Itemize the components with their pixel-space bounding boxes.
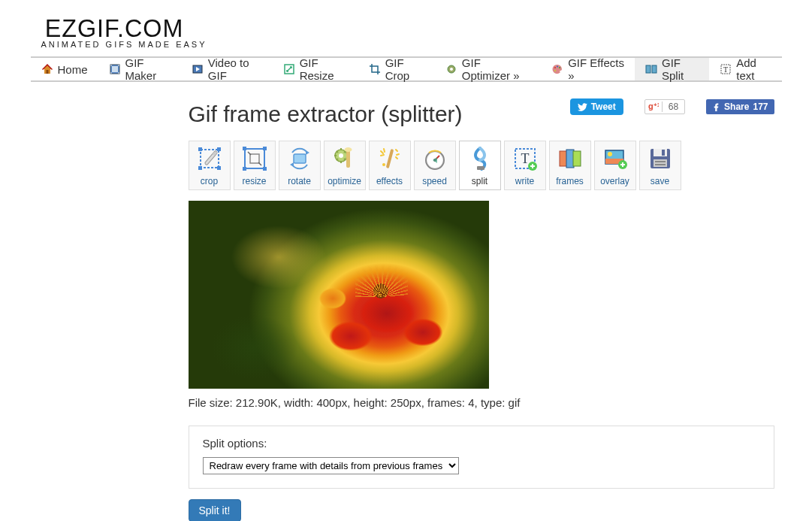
crop-tool-icon bbox=[196, 145, 223, 172]
svg-rect-53 bbox=[573, 151, 581, 166]
svg-rect-41 bbox=[385, 149, 394, 168]
svg-point-56 bbox=[608, 152, 612, 156]
nav-gif-split[interactable]: GIF Split bbox=[635, 58, 709, 80]
svg-text:T: T bbox=[521, 151, 529, 166]
tool-effects[interactable]: effects bbox=[369, 141, 411, 190]
svg-marker-35 bbox=[306, 150, 309, 155]
svg-rect-62 bbox=[655, 161, 666, 162]
svg-text:+1: +1 bbox=[654, 101, 659, 108]
tool-optimize[interactable]: optimize bbox=[324, 141, 366, 190]
video-icon bbox=[192, 63, 204, 75]
svg-rect-25 bbox=[198, 166, 202, 170]
tool-strip: crop resize rotate optimize effects spee… bbox=[189, 141, 774, 190]
facebook-icon bbox=[712, 103, 720, 111]
overlay-tool-icon bbox=[602, 145, 629, 172]
nav-gif-effects[interactable]: GIF Effects » bbox=[541, 58, 635, 80]
split-options-select[interactable]: Redraw every frame with details from pre… bbox=[203, 457, 459, 474]
nav-video-to-gif[interactable]: Video to GIF bbox=[181, 58, 273, 80]
tweet-button[interactable]: Tweet bbox=[570, 98, 623, 115]
svg-rect-17 bbox=[652, 65, 657, 73]
svg-rect-26 bbox=[217, 166, 221, 170]
split-tool-icon bbox=[466, 145, 494, 172]
nav-gif-crop[interactable]: GIF Crop bbox=[358, 58, 435, 80]
svg-point-42 bbox=[382, 163, 385, 166]
svg-rect-16 bbox=[646, 65, 651, 73]
svg-rect-63 bbox=[655, 164, 666, 165]
panel-title: Split options: bbox=[203, 437, 760, 450]
svg-rect-59 bbox=[654, 149, 667, 156]
fb-share-button[interactable]: Share 177 bbox=[706, 99, 774, 114]
gplus-icon: g+1 bbox=[645, 101, 662, 114]
nav-home[interactable]: Home bbox=[31, 58, 98, 80]
svg-point-12 bbox=[554, 67, 556, 68]
main-nav: Home GIF Maker Video to GIF GIF Resize G… bbox=[31, 56, 782, 82]
tool-split[interactable]: split bbox=[459, 141, 501, 190]
rotate-tool-icon bbox=[286, 145, 313, 172]
gplus-button[interactable]: g+1 68 bbox=[644, 99, 685, 114]
svg-rect-0 bbox=[46, 70, 48, 74]
svg-rect-30 bbox=[263, 147, 267, 150]
svg-rect-34 bbox=[294, 154, 306, 163]
svg-rect-2 bbox=[112, 66, 118, 72]
tool-save[interactable]: save bbox=[639, 141, 681, 190]
svg-rect-60 bbox=[662, 150, 665, 156]
resize-tool-icon bbox=[241, 145, 268, 172]
svg-rect-31 bbox=[243, 167, 246, 171]
svg-point-3 bbox=[110, 65, 112, 66]
svg-rect-28 bbox=[245, 149, 264, 168]
svg-rect-29 bbox=[243, 147, 246, 150]
nav-gif-optimizer[interactable]: GIF Optimizer » bbox=[435, 58, 541, 80]
split-options-panel: Split options: Redraw every frame with d… bbox=[189, 426, 774, 489]
save-tool-icon bbox=[647, 145, 674, 172]
split-it-button[interactable]: Split it! bbox=[189, 499, 241, 521]
svg-rect-23 bbox=[198, 147, 202, 151]
tool-write[interactable]: T write bbox=[504, 141, 546, 190]
palette-icon bbox=[551, 63, 563, 75]
home-icon bbox=[41, 63, 53, 75]
write-tool-icon: T bbox=[512, 145, 539, 172]
svg-rect-32 bbox=[263, 167, 267, 171]
frames-tool-icon bbox=[557, 145, 584, 172]
svg-point-38 bbox=[339, 153, 343, 158]
svg-rect-24 bbox=[217, 147, 221, 151]
tool-overlay[interactable]: overlay bbox=[594, 141, 636, 190]
nav-gif-resize[interactable]: GIF Resize bbox=[273, 58, 358, 80]
svg-rect-61 bbox=[654, 159, 667, 167]
speed-tool-icon bbox=[421, 145, 448, 172]
site-logo[interactable]: EZGIF.COM ANIMATED GIFS MADE EASY bbox=[41, 14, 782, 49]
svg-point-40 bbox=[344, 147, 352, 152]
svg-point-5 bbox=[110, 72, 112, 74]
svg-point-14 bbox=[559, 67, 560, 68]
tool-frames[interactable]: frames bbox=[549, 141, 591, 190]
svg-text:g: g bbox=[648, 101, 654, 111]
svg-point-13 bbox=[557, 66, 558, 68]
text-icon: T bbox=[720, 63, 732, 75]
page-title: Gif frame extractor (splitter) bbox=[189, 101, 463, 127]
crop-icon bbox=[369, 63, 381, 75]
twitter-icon bbox=[578, 103, 587, 111]
optimize-tool-icon bbox=[331, 145, 358, 172]
tool-speed[interactable]: speed bbox=[414, 141, 456, 190]
tool-resize[interactable]: resize bbox=[234, 141, 276, 190]
nav-gif-maker[interactable]: GIF Maker bbox=[98, 58, 181, 80]
svg-point-11 bbox=[450, 68, 453, 71]
svg-rect-33 bbox=[250, 154, 259, 163]
svg-point-15 bbox=[554, 70, 556, 71]
svg-marker-36 bbox=[290, 162, 294, 167]
svg-point-4 bbox=[118, 65, 119, 66]
nav-add-text[interactable]: T Add text bbox=[709, 58, 781, 80]
split-icon bbox=[645, 63, 657, 75]
effects-tool-icon bbox=[376, 145, 403, 172]
resize-icon bbox=[283, 63, 295, 75]
preview-image bbox=[189, 201, 489, 389]
tool-rotate[interactable]: rotate bbox=[279, 141, 321, 190]
svg-point-6 bbox=[118, 72, 119, 74]
gear-icon bbox=[445, 63, 457, 75]
film-icon bbox=[109, 63, 121, 75]
social-buttons: Tweet g+1 68 Share 177 bbox=[570, 98, 774, 115]
tool-crop[interactable]: crop bbox=[189, 141, 231, 190]
file-meta: File size: 212.90K, width: 400px, height… bbox=[189, 396, 774, 409]
svg-rect-47 bbox=[477, 166, 484, 170]
svg-text:T: T bbox=[723, 65, 728, 74]
svg-rect-39 bbox=[346, 150, 350, 168]
